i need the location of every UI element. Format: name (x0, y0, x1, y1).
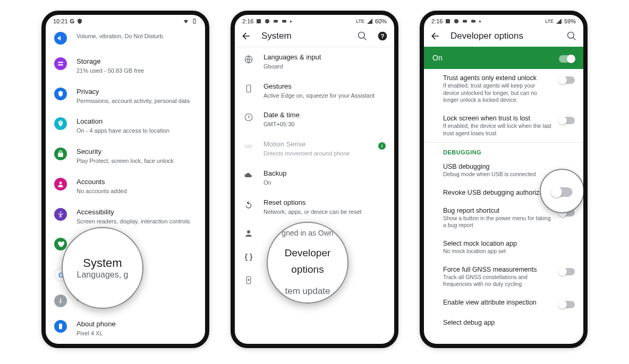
svg-point-11 (265, 19, 269, 23)
svg-rect-24 (446, 19, 450, 23)
motion-icon (243, 141, 254, 152)
setting-location[interactable]: LocationOn - 4 apps have access to locat… (46, 111, 205, 141)
setting-tips[interactable]: ? Tips & supportHelp articles, phone & c… (46, 344, 205, 348)
master-toggle[interactable] (559, 55, 575, 63)
youtube2-icon (470, 18, 477, 24)
braces-icon: { } (243, 252, 254, 262)
storage-icon (54, 57, 67, 70)
svg-point-6 (60, 299, 61, 300)
magnifier-system: System Languages, g (62, 227, 143, 309)
lock-screen-toggle[interactable] (559, 117, 575, 124)
svg-line-29 (573, 38, 576, 40)
svg-line-15 (364, 38, 367, 40)
svg-text:?: ? (380, 32, 384, 39)
svg-point-4 (60, 181, 62, 184)
status-bar: 10:21 G (46, 15, 205, 25)
dev-gnss[interactable]: Force full GNSS measurementsTrack all GN… (424, 261, 583, 293)
security-icon (54, 148, 67, 160)
phone-icon (54, 320, 67, 333)
user-icon (243, 228, 254, 239)
system-languages[interactable]: Languages & inputGboard (235, 47, 394, 76)
youtube2-icon (281, 18, 287, 24)
status-more: • (479, 18, 481, 24)
phone-settings-main: 10:21 G Volume, vibration, Do Not Distur… (41, 11, 209, 348)
status-bar: 2:16 • LTE 59% (424, 15, 583, 25)
phone-developer-options: 2:16 • LTE 59% Developer options On Trus… (420, 11, 588, 348)
svg-rect-8 (59, 324, 62, 330)
svg-rect-13 (282, 20, 286, 23)
system-gestures[interactable]: GesturesActive Edge on, squeeze for your… (235, 76, 394, 106)
cloud-icon (243, 170, 254, 181)
back-button[interactable] (430, 31, 441, 41)
whatsapp-icon (453, 18, 460, 24)
dev-mock-location[interactable]: Select mock location appNo mock location… (424, 235, 583, 261)
clock-icon (243, 112, 254, 123)
magnify-title: System (83, 256, 122, 270)
reset-icon (243, 200, 254, 210)
globe-icon (243, 54, 254, 65)
usb-debugging-toggle-magnified[interactable] (552, 187, 573, 197)
svg-point-21 (248, 145, 250, 148)
setting-security[interactable]: SecurityPlay Protect, screen lock, face … (46, 141, 205, 171)
location-icon (54, 117, 67, 130)
system-backup[interactable]: BackupOn (235, 163, 394, 193)
whatsapp-icon (264, 18, 270, 24)
system-motion-sense[interactable]: Motion SenseDetects movement around phon… (235, 134, 394, 163)
setting-privacy[interactable]: PrivacyPermissions, account activity, pe… (46, 81, 205, 111)
svg-rect-19 (246, 85, 251, 92)
photos-icon (445, 18, 451, 24)
svg-point-28 (568, 32, 574, 39)
status-time: 2:16 (431, 18, 443, 24)
svg-rect-7 (60, 301, 61, 304)
setting-storage[interactable]: Storage21% used - 50.83 GB free (46, 51, 205, 81)
status-network: LTE (356, 19, 364, 24)
update-icon (243, 275, 254, 285)
svg-point-14 (359, 32, 365, 39)
svg-rect-2 (58, 62, 63, 63)
status-battery: 60% (375, 18, 387, 24)
info-icon (54, 294, 67, 307)
battery-icon (191, 18, 198, 24)
photos-icon (256, 18, 262, 24)
dev-view-attr[interactable]: Enable view attribute inspection (424, 293, 583, 314)
magnify-main: Developer options (271, 245, 344, 278)
wifi-icon (183, 18, 189, 24)
setting-accessibility[interactable]: AccessibilityScreen readers, display, in… (46, 202, 205, 232)
svg-point-5 (60, 211, 61, 212)
setting-sound[interactable]: Volume, vibration, Do Not Disturb (46, 25, 205, 51)
dev-debug-app[interactable]: Select debug app (424, 314, 583, 332)
view-attr-toggle[interactable] (559, 301, 575, 308)
status-bar: 2:16 • LTE 60% (235, 15, 394, 25)
help-button[interactable]: ? (377, 31, 388, 41)
accessibility-icon (54, 208, 67, 221)
svg-point-22 (247, 230, 250, 233)
status-time: 10:21 (53, 18, 68, 24)
dev-trust-agents[interactable]: Trust agents only extend unlockIf enable… (424, 69, 583, 109)
svg-rect-1 (194, 19, 195, 19)
gnss-toggle[interactable] (559, 268, 575, 275)
privacy-icon (54, 88, 67, 100)
developer-header: Developer options (424, 25, 583, 47)
dev-lock-screen[interactable]: Lock screen when trust is lostIf enabled… (424, 109, 583, 142)
magnify-line3: tem update (271, 284, 344, 298)
trust-agents-toggle[interactable] (559, 76, 575, 84)
back-button[interactable] (241, 31, 252, 41)
search-button[interactable] (357, 31, 368, 41)
setting-accounts[interactable]: AccountsNo accounts added (46, 171, 205, 202)
svg-rect-26 (463, 20, 467, 23)
accounts-icon (54, 178, 67, 190)
master-toggle-bar[interactable]: On (424, 47, 583, 69)
master-toggle-label: On (432, 54, 443, 62)
gesture-icon (243, 83, 254, 94)
status-battery: 59% (564, 18, 576, 24)
youtube-icon (273, 18, 279, 24)
system-reset[interactable]: Reset optionsNetwork, apps, or device ca… (235, 193, 394, 222)
signal-icon (556, 18, 562, 24)
setting-about-phone[interactable]: About phonePixel 4 XL (46, 314, 205, 344)
magnify-sub: Languages, g (77, 270, 129, 280)
system-datetime[interactable]: Date & timeGMT+05:30 (235, 105, 394, 134)
info-badge[interactable]: i (378, 142, 386, 150)
svg-rect-12 (274, 20, 278, 23)
search-button[interactable] (566, 31, 577, 41)
status-more: • (290, 18, 292, 24)
